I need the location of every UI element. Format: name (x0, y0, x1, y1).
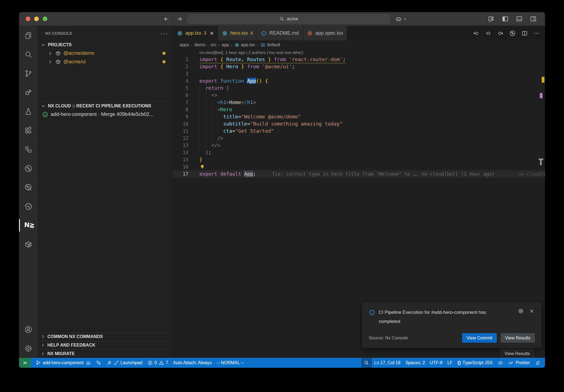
status-problems[interactable]: 07 (145, 358, 171, 368)
open-changes-icon[interactable] (485, 30, 492, 37)
activity-item-commit-graph[interactable] (19, 159, 38, 178)
activity-item-references[interactable] (19, 140, 38, 159)
line-content: <> (188, 92, 217, 99)
open-changes-prev-icon[interactable] (473, 30, 479, 37)
status-copilot[interactable] (495, 358, 506, 368)
activity-item-account[interactable] (19, 320, 38, 339)
activity-item-run-debug[interactable] (19, 83, 38, 102)
status-launchpad[interactable]: Launchpad (104, 358, 145, 368)
editor-group: app.tsx3×hero.tsx4README.mdapp.spec.tsx … (173, 26, 545, 358)
minimize-window-button[interactable] (34, 17, 39, 21)
code-line-11[interactable]: 11cta="Get Started" (173, 127, 545, 135)
code-line-2[interactable]: 2import { Hero } from '@acme/ui'; (173, 63, 545, 70)
status-eol[interactable]: LF (445, 358, 455, 368)
open-changes-next-icon[interactable] (497, 30, 504, 37)
breadcrumb-item-demo[interactable]: demo (194, 42, 205, 47)
view-commit-button[interactable]: View Commit (462, 333, 497, 343)
commit-graph-run-icon[interactable] (509, 30, 516, 37)
warning-triangle-icon (159, 360, 164, 366)
tab-app-tsx[interactable]: app.tsx3× (173, 26, 218, 40)
status-vim-mode[interactable]: -- NORMAL -- (214, 358, 246, 368)
breadcrumb-item-app-tsx[interactable]: app.tsx (234, 42, 255, 48)
close-window-button[interactable] (26, 17, 30, 21)
code-line-12[interactable]: 12/> (173, 135, 545, 142)
section-nx-migrate[interactable]: NX MIGRATE (38, 349, 173, 358)
activity-item-containers[interactable] (19, 235, 38, 254)
split-editor-icon[interactable] (521, 30, 528, 37)
status-auto-attach[interactable]: Auto Attach: Always (171, 358, 215, 368)
indent-guide (199, 120, 223, 127)
activity-item-testing[interactable] (19, 102, 38, 121)
section-help-and-feedback[interactable]: HELP AND FEEDBACK (38, 341, 173, 349)
code-line-4[interactable]: 4export function App() { (173, 77, 545, 85)
nx-cloud-section-header[interactable]: NX CLOUD :: RECENT CI PIPELINE EXECUTION… (38, 102, 173, 110)
remote-indicator[interactable] (19, 358, 31, 368)
forward-arrow-icon[interactable] (176, 15, 183, 23)
toggle-secondary-sidebar-icon[interactable] (530, 15, 537, 22)
copilot-menu[interactable] (395, 15, 407, 23)
magnifier-icon (364, 360, 369, 366)
code-line-9[interactable]: 9title="Welcome @acme/demo" (173, 113, 545, 120)
section-common-nx-commands[interactable]: COMMON NX COMMANDS (38, 332, 173, 341)
back-arrow-icon[interactable] (163, 15, 170, 23)
activity-item-extensions[interactable] (19, 121, 38, 140)
projects-section-header[interactable]: PROJECTS (38, 40, 173, 49)
status-zoom-indicator[interactable] (361, 358, 372, 368)
command-center-search[interactable]: acme (188, 14, 390, 23)
toggle-primary-sidebar-icon[interactable] (502, 15, 509, 22)
breadcrumb-label: app.tsx (241, 42, 255, 47)
code-line-8[interactable]: 8<Hero (173, 106, 545, 113)
status-label: UTF-8 (430, 360, 442, 365)
activity-item-settings[interactable] (19, 339, 38, 358)
code-line-6[interactable]: 6<> (173, 92, 545, 99)
codelens-blame[interactable]: nx-cloud[bot], 1 hour ago | 2 authors (Y… (173, 49, 545, 56)
breadcrumb-item-src[interactable]: src (211, 42, 216, 47)
activity-item-gitlens-inspect[interactable] (19, 178, 38, 197)
status-git-branch[interactable]: add-hero-component (33, 358, 93, 368)
code-line-13[interactable]: 13</> (173, 142, 545, 149)
tab-close-icon[interactable]: × (210, 30, 214, 37)
activity-item-search[interactable] (19, 45, 38, 64)
sidebar-more-actions-icon[interactable]: ··· (160, 29, 168, 37)
notification-settings-gear-icon[interactable] (518, 308, 524, 314)
activity-item-nx-console[interactable]: N≧ (19, 216, 38, 235)
zoom-window-button[interactable] (43, 17, 47, 21)
code-line-1[interactable]: 1import { Route, Routes } from 'react-ro… (173, 56, 545, 63)
status-encoding[interactable]: UTF-8 (427, 358, 445, 368)
tab-README-md[interactable]: README.md (257, 26, 303, 40)
tab-app-spec-tsx[interactable]: app.spec.tsx (303, 26, 347, 40)
pipeline-execution-item[interactable]: add-hero-component - Merge 409b44e5cb02.… (38, 110, 173, 119)
activity-item-explorer[interactable] (19, 26, 38, 45)
breadcrumb-item-app[interactable]: app (222, 42, 229, 47)
line-content (188, 163, 205, 170)
notification-close-icon[interactable] (529, 308, 535, 314)
customize-layout-icon[interactable] (488, 15, 495, 22)
code-line-16[interactable]: 16 (173, 163, 545, 170)
view-results-button[interactable]: View Results (501, 333, 535, 343)
symbol-icon (260, 42, 265, 48)
code-line-7[interactable]: 7<h1>Home</h1> (173, 99, 545, 106)
settings-icon (24, 344, 32, 353)
breadcrumb-item-apps[interactable]: apps (180, 42, 189, 47)
breadcrumb-item-default[interactable]: default (260, 42, 280, 48)
project-item--acme-demo[interactable]: @acme/demo (38, 49, 173, 58)
toggle-panel-icon[interactable] (516, 15, 523, 22)
code-line-5[interactable]: 5return ( (173, 85, 545, 92)
status-cursor-position[interactable]: Ln 17, Col 19 (372, 358, 403, 368)
tab-hero-tsx[interactable]: hero.tsx4 (218, 26, 257, 40)
code-line-10[interactable]: 10subtitle="Build something amazing toda… (173, 120, 545, 127)
activity-item-edge-browser[interactable] (19, 197, 38, 216)
code-line-14[interactable]: 14); (173, 149, 545, 156)
code-line-17[interactable]: 17export default App;fix: correct typo i… (173, 170, 545, 178)
code-line-3[interactable]: 3 (173, 70, 545, 77)
activity-item-source-control[interactable] (19, 64, 38, 83)
status-formatter[interactable]: ✓✓Prettier (506, 358, 532, 368)
lightbulb-icon[interactable] (199, 164, 205, 170)
status-indentation[interactable]: Spaces: 2 (403, 358, 427, 368)
project-item--acme-ui[interactable]: @acme/ui (38, 58, 173, 66)
more-actions-icon[interactable] (533, 30, 540, 37)
code-line-15[interactable]: 15} (173, 156, 545, 163)
status-notifications-bell[interactable] (532, 358, 543, 368)
status-compare-changes[interactable] (93, 358, 104, 368)
status-language-mode[interactable]: {}TypeScript JSX (455, 358, 495, 368)
